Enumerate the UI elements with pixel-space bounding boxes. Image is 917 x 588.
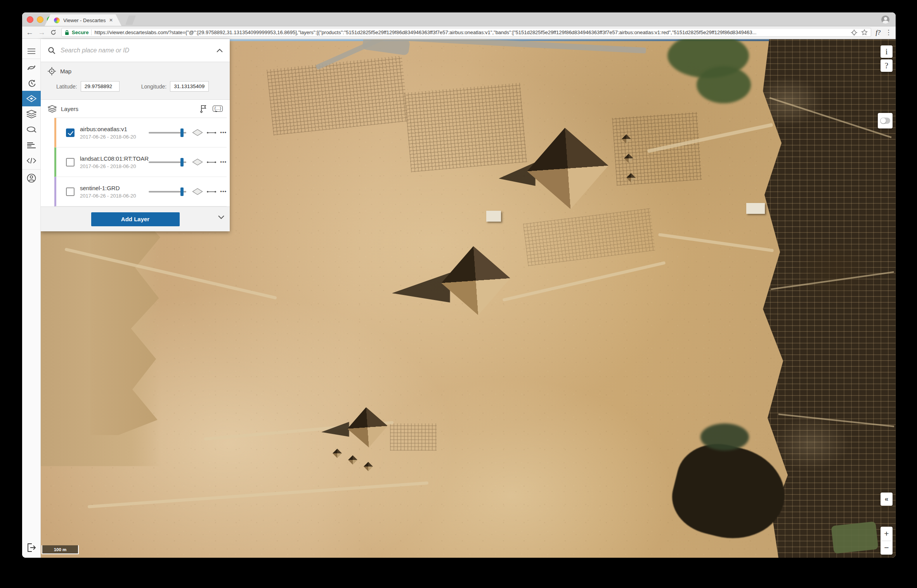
map-help-button[interactable]: ? bbox=[881, 59, 893, 72]
sidebar-logout-button[interactable] bbox=[22, 540, 41, 555]
map-scale-bar: 100 m bbox=[42, 545, 79, 554]
layer-name: landsat:LC08:01:RT:TOAR bbox=[80, 155, 149, 162]
tab-strip: Viewer - Descartes Labs ✕ bbox=[22, 12, 896, 26]
sidebar-item-area-select[interactable] bbox=[22, 122, 41, 137]
bookmark-star-icon[interactable] bbox=[861, 29, 868, 36]
west-cemetery-ruins bbox=[267, 56, 409, 135]
tab-close-icon[interactable]: ✕ bbox=[109, 17, 113, 23]
map-section-title: Map bbox=[60, 68, 71, 75]
sidebar-item-compare[interactable] bbox=[22, 60, 41, 75]
layer-menu-icon[interactable]: ••• bbox=[220, 130, 227, 135]
layer-checkbox[interactable] bbox=[66, 187, 75, 196]
zoom-in-button[interactable]: + bbox=[881, 527, 893, 541]
layer-name: airbus:oneatlas:v1 bbox=[80, 126, 149, 132]
forward-button[interactable]: → bbox=[38, 29, 45, 36]
slider-handle[interactable] bbox=[180, 158, 184, 167]
opacity-slider[interactable] bbox=[149, 158, 186, 167]
sidebar-item-stack[interactable] bbox=[22, 106, 41, 122]
layer-date-range: 2017-06-26 - 2018-06-20 bbox=[80, 134, 149, 140]
white-building bbox=[746, 203, 765, 214]
sidebar-item-timelapse[interactable] bbox=[22, 75, 41, 91]
slider-handle[interactable] bbox=[180, 187, 184, 196]
search-row bbox=[41, 39, 230, 62]
layer-list: airbus:oneatlas:v1 2017-06-26 - 2018-06-… bbox=[54, 118, 227, 206]
sidebar-divider bbox=[22, 169, 40, 170]
browser-toolbar: ← → Secure https://viewer.descarteslabs.… bbox=[22, 26, 896, 39]
app-sidebar bbox=[22, 39, 41, 558]
zoom-controls: + − bbox=[881, 527, 893, 555]
timeline-icon[interactable] bbox=[206, 190, 217, 194]
longitude-input[interactable] bbox=[170, 81, 209, 92]
url-separator bbox=[91, 29, 92, 35]
minimize-window-button[interactable] bbox=[37, 16, 43, 23]
opacity-slider[interactable] bbox=[149, 128, 186, 137]
control-panel: Map Latitude: Longitude: Layers bbox=[41, 39, 230, 231]
opacity-slider[interactable] bbox=[149, 187, 186, 196]
sidebar-item-code[interactable] bbox=[22, 153, 41, 168]
browser-window: Viewer - Descartes Labs ✕ ← → Secure htt… bbox=[22, 12, 896, 558]
latitude-label: Latitude: bbox=[56, 83, 77, 90]
layer-view-icon[interactable] bbox=[192, 158, 203, 166]
layer-row[interactable]: sentinel-1:GRD 2017-06-26 - 2018-06-20 •… bbox=[54, 177, 227, 206]
layer-name: sentinel-1:GRD bbox=[80, 185, 149, 191]
map-section: Map Latitude: Longitude: bbox=[41, 62, 230, 100]
chevron-up-icon[interactable] bbox=[217, 49, 223, 52]
layer-checkbox[interactable] bbox=[66, 158, 75, 167]
sidebar-item-legend[interactable] bbox=[22, 137, 41, 153]
browser-tab[interactable]: Viewer - Descartes Labs ✕ bbox=[45, 14, 121, 26]
secure-lock-icon bbox=[65, 30, 69, 35]
location-target-icon[interactable] bbox=[851, 29, 857, 36]
latitude-input[interactable] bbox=[81, 81, 120, 92]
tree-cluster bbox=[700, 423, 749, 451]
layer-date-range: 2017-06-26 - 2018-06-20 bbox=[80, 163, 149, 169]
longitude-label: Longitude: bbox=[141, 83, 166, 90]
crosshair-icon bbox=[48, 67, 56, 75]
search-input[interactable] bbox=[61, 47, 211, 54]
chevron-down-icon[interactable] bbox=[218, 215, 224, 219]
add-layer-button[interactable]: Add Layer bbox=[91, 212, 180, 226]
east-cemetery-ruins bbox=[404, 83, 527, 172]
collapse-panel-button[interactable]: « bbox=[881, 493, 893, 506]
back-button[interactable]: ← bbox=[26, 29, 33, 36]
map-toggle-switch[interactable] bbox=[878, 113, 893, 128]
sidebar-menu-button[interactable] bbox=[22, 45, 41, 58]
secure-label: Secure bbox=[72, 29, 88, 35]
close-window-button[interactable] bbox=[27, 16, 33, 23]
flag-icon[interactable] bbox=[200, 104, 208, 113]
menkaure-temple-ruins bbox=[390, 423, 437, 451]
layers-footer: Add Layer bbox=[41, 206, 230, 231]
layer-view-icon[interactable] bbox=[192, 188, 203, 195]
timeline-icon[interactable] bbox=[206, 131, 217, 135]
reload-button[interactable] bbox=[50, 29, 57, 36]
layer-checkbox[interactable] bbox=[66, 128, 75, 137]
golf-course bbox=[697, 66, 751, 103]
layers-section-title: Layers bbox=[61, 106, 78, 112]
layer-view-icon[interactable] bbox=[192, 129, 203, 136]
new-tab-button[interactable] bbox=[125, 16, 136, 25]
sports-field bbox=[831, 521, 879, 554]
address-bar[interactable]: Secure https://viewer.descarteslabs.com/… bbox=[61, 28, 871, 37]
layer-date-range: 2017-06-26 - 2018-06-20 bbox=[80, 193, 149, 199]
browser-menu-icon[interactable]: ⋮ bbox=[885, 28, 892, 36]
layer-menu-icon[interactable]: ••• bbox=[220, 159, 227, 165]
sidebar-item-layers-view[interactable] bbox=[22, 91, 41, 106]
layer-row[interactable]: landsat:LC08:01:RT:TOAR 2017-06-26 - 201… bbox=[54, 147, 227, 177]
layers-header: Layers {…} bbox=[41, 100, 230, 118]
toggle-knob bbox=[881, 118, 886, 123]
tab-title: Viewer - Descartes Labs bbox=[63, 17, 106, 23]
layer-menu-icon[interactable]: ••• bbox=[220, 189, 227, 194]
extension-icon[interactable]: f? bbox=[876, 29, 881, 36]
url-text: https://viewer.descarteslabs.com/?state=… bbox=[94, 29, 846, 35]
search-icon bbox=[48, 47, 55, 54]
toggle-track bbox=[880, 118, 890, 124]
zoom-out-button[interactable]: − bbox=[881, 541, 893, 555]
json-state-icon[interactable]: {…} bbox=[213, 106, 223, 112]
layer-row[interactable]: airbus:oneatlas:v1 2017-06-26 - 2018-06-… bbox=[54, 118, 227, 147]
sidebar-item-account[interactable] bbox=[22, 170, 41, 186]
layers-icon bbox=[48, 105, 57, 113]
slider-handle[interactable] bbox=[180, 128, 184, 137]
browser-profile-avatar[interactable] bbox=[881, 16, 889, 24]
map-info-button[interactable]: i bbox=[881, 45, 893, 58]
timeline-icon[interactable] bbox=[206, 160, 217, 164]
app-content: i ? « + − 100 m bbox=[22, 39, 896, 558]
